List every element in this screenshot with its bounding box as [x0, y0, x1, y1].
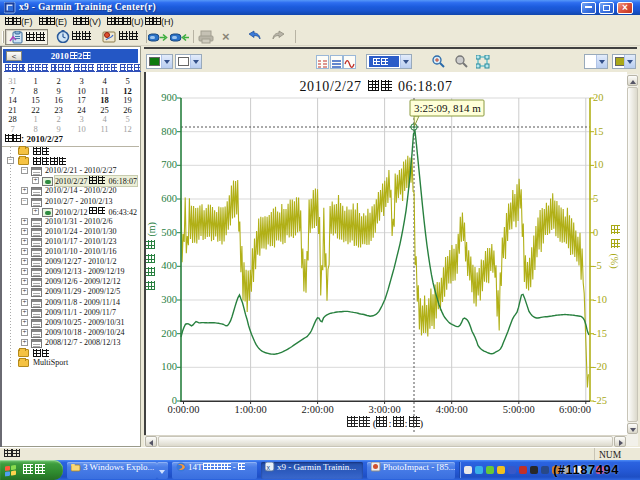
- svg-text:3:25:09, 814 m: 3:25:09, 814 m: [414, 102, 481, 114]
- svg-text:x: x: [267, 464, 271, 471]
